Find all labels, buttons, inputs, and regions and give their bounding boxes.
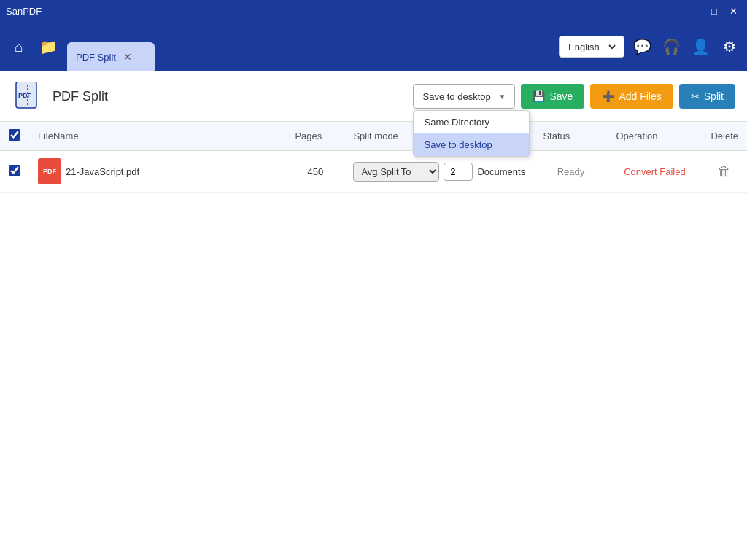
save-dropdown-button[interactable]: Save to desktop ▼ <box>413 84 515 109</box>
tool-header: PDF PDF Split Save to desktop ▼ Same Dir… <box>0 71 747 122</box>
save-dropdown-menu: Same Directory Save to desktop <box>413 110 530 157</box>
home-icon: ⌂ <box>15 39 23 55</box>
status-badge: Ready <box>557 166 585 177</box>
tab-label: PDF Split <box>76 52 116 63</box>
tool-actions: Save to desktop ▼ Same Directory Save to… <box>413 84 735 109</box>
language-selector[interactable]: English Chinese <box>559 36 624 58</box>
row-operation-cell: Convert Failed <box>607 151 702 192</box>
tool-title: PDF Split <box>53 89 108 104</box>
row-pages-cell: 450 <box>286 151 344 192</box>
operation-label: Convert Failed <box>624 166 686 177</box>
content-area: PDF PDF Split Save to desktop ▼ Same Dir… <box>0 71 747 560</box>
headset-icon: 🎧 <box>662 38 681 55</box>
titlebar: SanPDF — □ ✕ <box>0 0 747 22</box>
row-filename-cell: PDF 21-JavaScript.pdf <box>29 151 286 192</box>
col-header-delete: Delete <box>702 122 747 151</box>
settings-button[interactable]: ⚙ <box>718 35 741 58</box>
user-icon: 👤 <box>692 38 710 55</box>
comment-icon: 💬 <box>633 38 651 55</box>
pdf-split-icon: PDF <box>15 82 41 111</box>
app-title: SanPDF <box>6 6 42 17</box>
row-status-cell: Ready <box>534 151 607 192</box>
svg-text:PDF: PDF <box>18 92 32 99</box>
dropdown-item-same-directory[interactable]: Same Directory <box>414 111 529 133</box>
minimize-button[interactable]: — <box>687 4 703 18</box>
trash-icon: 🗑 <box>718 164 731 179</box>
add-icon: ➕ <box>602 90 614 102</box>
table-header-row: FileName Pages Split mode Status Operati… <box>0 122 747 151</box>
split-button[interactable]: ✂ Split <box>679 84 735 109</box>
folder-icon: 📁 <box>39 38 58 55</box>
split-mode-select[interactable]: Avg Split To Split by Pages Split by Siz… <box>353 162 439 182</box>
comment-button[interactable]: 💬 <box>630 35 654 58</box>
tool-icon: PDF <box>12 80 44 112</box>
save-dropdown-label: Save to desktop <box>422 91 490 102</box>
col-header-status: Status <box>534 122 607 151</box>
split-icon: ✂ <box>691 90 700 102</box>
home-button[interactable]: ⌂ <box>6 34 32 60</box>
tab-close-button[interactable]: ✕ <box>122 52 133 62</box>
split-num-input[interactable] <box>444 163 473 181</box>
col-header-operation: Operation <box>607 122 702 151</box>
chevron-down-icon: ▼ <box>499 93 506 101</box>
user-button[interactable]: 👤 <box>689 35 712 58</box>
maximize-button[interactable]: □ <box>706 4 722 18</box>
pdf-file-icon: PDF <box>38 158 61 184</box>
headset-button[interactable]: 🎧 <box>659 35 683 58</box>
folder-button[interactable]: 📁 <box>35 34 61 60</box>
filename-label: 21-JavaScript.pdf <box>66 166 139 177</box>
navbar-right: English Chinese 💬 🎧 👤 ⚙ <box>559 35 741 58</box>
table-row: PDF 21-JavaScript.pdf 450 Avg Split To S… <box>0 151 747 192</box>
row-checkbox-cell <box>0 151 29 192</box>
col-header-filename: FileName <box>29 122 286 151</box>
save-icon: 💾 <box>533 90 545 102</box>
window-controls: — □ ✕ <box>687 4 741 18</box>
filename-wrap: PDF 21-JavaScript.pdf <box>38 158 277 184</box>
col-header-checkbox <box>0 122 29 151</box>
select-all-checkbox[interactable] <box>9 129 20 141</box>
tabs-area: PDF Split ✕ <box>67 22 556 71</box>
close-button[interactable]: ✕ <box>725 4 741 18</box>
add-files-button[interactable]: ➕ Add Files <box>590 84 673 109</box>
split-unit-label: Documents <box>477 166 525 177</box>
row-checkbox[interactable] <box>9 165 20 176</box>
language-dropdown[interactable]: English Chinese <box>565 41 618 53</box>
navbar: ⌂ 📁 PDF Split ✕ English Chinese 💬 🎧 👤 ⚙ <box>0 22 747 71</box>
row-splitmode-cell: Avg Split To Split by Pages Split by Siz… <box>344 151 534 192</box>
settings-icon: ⚙ <box>723 38 736 55</box>
delete-row-button[interactable]: 🗑 <box>718 164 731 179</box>
tab-pdf-split[interactable]: PDF Split ✕ <box>67 42 155 71</box>
file-table: FileName Pages Split mode Status Operati… <box>0 122 747 192</box>
save-location-dropdown[interactable]: Save to desktop ▼ Same Directory Save to… <box>413 84 515 109</box>
dropdown-item-save-to-desktop[interactable]: Save to desktop <box>414 133 529 156</box>
row-delete-cell: 🗑 <box>702 151 747 192</box>
save-button[interactable]: 💾 Save <box>521 84 584 109</box>
col-header-pages: Pages <box>286 122 344 151</box>
